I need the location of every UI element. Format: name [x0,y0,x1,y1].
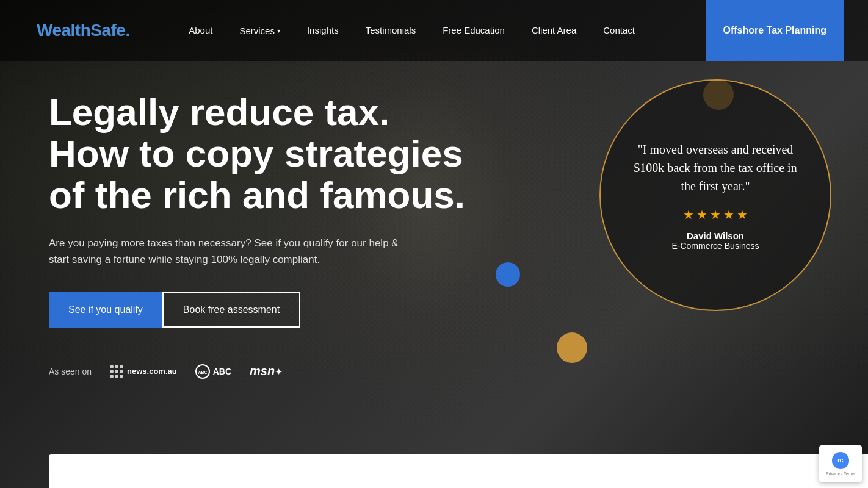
nav-item-testimonials[interactable]: Testimonials [352,25,430,36]
nav-item-free-education[interactable]: Free Education [429,25,518,36]
dot8 [115,375,118,378]
dot9 [120,375,123,378]
recaptcha-icon: rC [831,451,850,470]
hero-subtitle: Are you paying more taxes than necessary… [49,235,403,268]
logo-dot: . [125,21,129,40]
qualify-button[interactable]: See if you qualify [49,292,162,328]
site-logo[interactable]: WealthSafe. [37,21,130,40]
decorative-circle-blue-mid [496,262,520,287]
dot7 [110,375,114,378]
bottom-white-strip [49,454,868,488]
star-4: ★ [723,207,734,222]
hero-buttons: See if you qualify Book free assessment [49,292,476,328]
nav-link-free-education[interactable]: Free Education [429,25,518,35]
recaptcha-privacy[interactable]: Privacy - Terms [826,472,855,476]
logo-text: WealthSafe [37,21,125,40]
abc-logo: ABC ABC [195,364,231,379]
testimonial-circle: "I moved overseas and received $100k bac… [599,79,831,311]
chevron-down-icon: ▾ [277,27,280,34]
msn-logo: msn✦ [250,364,283,378]
assessment-button[interactable]: Book free assessment [162,292,300,328]
cta-button[interactable]: Offshore Tax Planning [706,0,844,61]
star-2: ★ [696,207,707,222]
nav-link-services[interactable]: Services ▾ [226,26,294,36]
abc-circle-icon: ABC [195,364,210,379]
as-seen-on: As seen on news.com.au [49,364,476,379]
dot1 [110,365,114,368]
star-3: ★ [710,207,721,222]
navigation: WealthSafe. About Services ▾ Insights Te… [0,0,868,61]
hero-section: WealthSafe. About Services ▾ Insights Te… [0,0,868,488]
hero-title-line1: Legally reduce tax. [49,91,389,133]
dot6 [120,370,123,373]
nav-item-client-area[interactable]: Client Area [518,25,590,36]
nav-link-about[interactable]: About [175,25,226,35]
dot5 [115,370,118,373]
msn-bird-icon: ✦ [275,367,283,377]
star-5: ★ [737,207,748,222]
nav-link-contact[interactable]: Contact [590,25,648,35]
as-seen-label: As seen on [49,367,92,376]
hero-title-line2: How to copy strategies [49,132,463,174]
testimonial-name: David Wilson [687,231,744,241]
nav-item-contact[interactable]: Contact [590,25,648,36]
news-text: news.com.au [127,367,177,376]
decorative-circle-gold-bottom [557,332,587,363]
nav-link-testimonials[interactable]: Testimonials [352,25,430,35]
nav-links: About Services ▾ Insights Testimonials F… [175,25,648,36]
star-1: ★ [683,207,694,222]
hero-title: Legally reduce tax. How to copy strategi… [49,92,476,217]
nav-item-services[interactable]: Services ▾ [226,26,294,36]
nav-item-about[interactable]: About [175,25,226,36]
hero-content: Legally reduce tax. How to copy strategi… [49,92,476,379]
dot2 [115,365,118,368]
testimonial-quote: "I moved overseas and received $100k bac… [625,140,806,195]
nav-link-client-area[interactable]: Client Area [518,25,590,35]
recaptcha-badge: rC Privacy - Terms [819,445,862,482]
nav-item-insights[interactable]: Insights [294,25,352,36]
dot3 [120,365,123,368]
abc-text: ABC [213,367,231,376]
news-dots-icon [110,365,123,378]
hero-title-line3: of the rich and famous. [49,174,465,216]
msn-text: msn [250,364,275,378]
testimonial-business: E-Commerce Business [671,241,759,251]
dot4 [110,370,114,373]
news-logo: news.com.au [110,365,177,378]
testimonial-stars: ★ ★ ★ ★ ★ [683,207,748,222]
nav-link-insights[interactable]: Insights [294,25,352,35]
svg-text:rC: rC [837,458,843,464]
svg-text:ABC: ABC [198,370,207,375]
